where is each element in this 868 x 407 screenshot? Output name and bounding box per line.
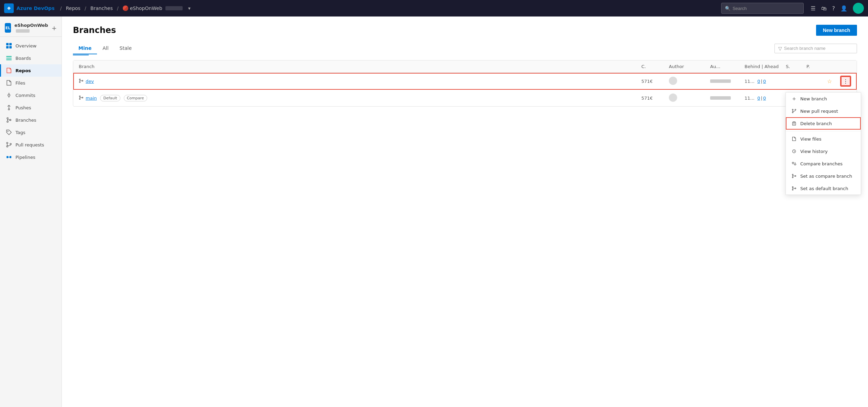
col-commits: C. <box>641 64 669 69</box>
menu-item-compare-branches[interactable]: Compare branches <box>786 157 861 170</box>
sidebar-item-branches[interactable]: Branches <box>0 114 62 126</box>
svg-rect-0 <box>6 43 9 45</box>
menu-view-files-label: View files <box>800 136 822 142</box>
sidebar-item-commits[interactable]: Commits <box>0 89 62 101</box>
pipelines-icon <box>6 154 12 160</box>
svg-point-13 <box>7 121 8 122</box>
sep3: / <box>117 6 119 11</box>
org-avatar: EL <box>5 23 11 33</box>
set-compare-icon <box>791 173 797 179</box>
menu-item-view-history[interactable]: View history <box>786 145 861 157</box>
svg-rect-6 <box>6 59 12 60</box>
branches-icon <box>6 117 12 123</box>
main-behind-num[interactable]: 0 <box>757 96 760 101</box>
sidebar-item-overview[interactable]: Overview <box>0 40 62 52</box>
dev-ahead-num[interactable]: 0 <box>763 79 766 84</box>
branch-search-input[interactable] <box>784 46 853 51</box>
search-icon: 🔍 <box>725 6 730 11</box>
repo-name-blur <box>165 6 183 10</box>
menu-item-new-branch[interactable]: + New branch <box>786 92 861 105</box>
svg-point-34 <box>792 112 793 113</box>
branch-dev-link[interactable]: dev <box>86 79 94 84</box>
search-input[interactable] <box>733 6 800 11</box>
svg-rect-4 <box>6 56 12 57</box>
sidebar-item-pipelines[interactable]: Pipelines <box>0 151 62 163</box>
svg-point-25 <box>79 81 80 82</box>
plus-icon: + <box>791 96 797 101</box>
col-author2: Au... <box>710 64 745 69</box>
sidebar-pushes-label: Pushes <box>15 105 31 110</box>
main-author-name <box>710 96 731 100</box>
tab-all[interactable]: All <box>97 43 114 54</box>
menu-item-new-pull-request[interactable]: New pull request <box>786 105 861 117</box>
branch-dropdown-icon[interactable]: ▾ <box>188 6 191 11</box>
new-branch-button[interactable]: New branch <box>816 25 857 36</box>
svg-rect-21 <box>7 156 8 158</box>
repos-breadcrumb[interactable]: Repos <box>66 6 80 11</box>
branches-breadcrumb[interactable]: Branches <box>90 6 113 11</box>
set-default-icon <box>791 186 797 191</box>
col-more <box>841 64 851 69</box>
branch-icon <box>79 95 84 101</box>
svg-rect-1 <box>9 43 12 45</box>
sidebar-item-repos[interactable]: Repos <box>0 64 62 77</box>
page-title: Branches <box>73 25 116 35</box>
menu-item-delete-branch[interactable]: Delete branch <box>786 117 861 130</box>
trash-icon <box>791 121 797 126</box>
branch-search-box[interactable]: ▽ <box>774 44 857 53</box>
svg-point-48 <box>792 177 793 178</box>
svg-point-24 <box>79 79 80 80</box>
repo-icon <box>123 6 128 11</box>
tab-stale[interactable]: Stale <box>114 43 137 54</box>
svg-point-47 <box>792 174 793 175</box>
azure-devops-logo[interactable] <box>4 3 14 13</box>
sidebar-branches-label: Branches <box>15 118 36 123</box>
global-search-box[interactable]: 🔍 <box>721 3 804 14</box>
sidebar-pullreq-label: Pull requests <box>15 142 44 147</box>
svg-point-7 <box>8 94 10 96</box>
menu-item-set-compare-branch[interactable]: Set as compare branch <box>786 170 861 182</box>
layout: EL eShopOnWeb + Overview Boards <box>0 16 868 407</box>
menu-set-compare-label: Set as compare branch <box>800 174 852 179</box>
dev-more-button[interactable]: ⋮ <box>841 76 850 86</box>
brand-label[interactable]: Azure DevOps <box>17 6 55 11</box>
main-behind-ahead: 11... 0 | 0 <box>745 96 786 101</box>
branch-main-link[interactable]: main <box>86 96 97 101</box>
tab-mine[interactable]: Mine <box>73 43 97 54</box>
menu-item-set-default-branch[interactable]: Set as default branch <box>786 182 861 195</box>
main-ahead-num[interactable]: 0 <box>763 96 766 101</box>
menu-icon[interactable]: ☰ <box>811 5 815 12</box>
svg-point-10 <box>8 109 10 110</box>
branch-icon <box>79 78 84 84</box>
repo-name-breadcrumb[interactable]: eShopOnWeb <box>130 6 162 11</box>
avatar[interactable] <box>853 3 864 14</box>
tab-underline <box>73 55 89 55</box>
svg-point-28 <box>79 96 80 97</box>
main-commits: 571€ <box>641 96 669 101</box>
sidebar-item-pushes[interactable]: Pushes <box>0 101 62 114</box>
table-row: main Default Compare 571€ 11... 0 | 0 <box>73 90 857 106</box>
sidebar-item-boards[interactable]: Boards <box>0 52 62 64</box>
menu-item-view-files[interactable]: View files <box>786 133 861 145</box>
sidebar-item-files[interactable]: Files <box>0 77 62 89</box>
dev-star-button[interactable]: ☆ <box>827 78 841 85</box>
svg-point-16 <box>8 131 9 132</box>
sep2: / <box>85 6 86 11</box>
col-s: S. <box>786 64 806 69</box>
help-icon[interactable]: ? <box>832 5 835 12</box>
add-project-button[interactable]: + <box>52 24 57 32</box>
sidebar-item-pull-requests[interactable]: Pull requests <box>0 139 62 151</box>
svg-point-32 <box>792 109 793 110</box>
sidebar-pipelines-label: Pipelines <box>15 155 35 160</box>
user-icon[interactable]: 👤 <box>840 5 847 12</box>
sep1: / <box>60 6 62 11</box>
menu-new-pr-label: New pull request <box>800 109 838 114</box>
dev-behind-num[interactable]: 0 <box>757 79 760 84</box>
store-icon[interactable]: 🛍 <box>821 5 827 12</box>
svg-point-51 <box>792 187 793 188</box>
pushes-icon <box>6 104 12 111</box>
filter-icon: ▽ <box>778 46 782 51</box>
nav-icons: ☰ 🛍 ? 👤 <box>811 3 864 14</box>
tags-icon <box>6 129 12 135</box>
sidebar-item-tags[interactable]: Tags <box>0 126 62 139</box>
